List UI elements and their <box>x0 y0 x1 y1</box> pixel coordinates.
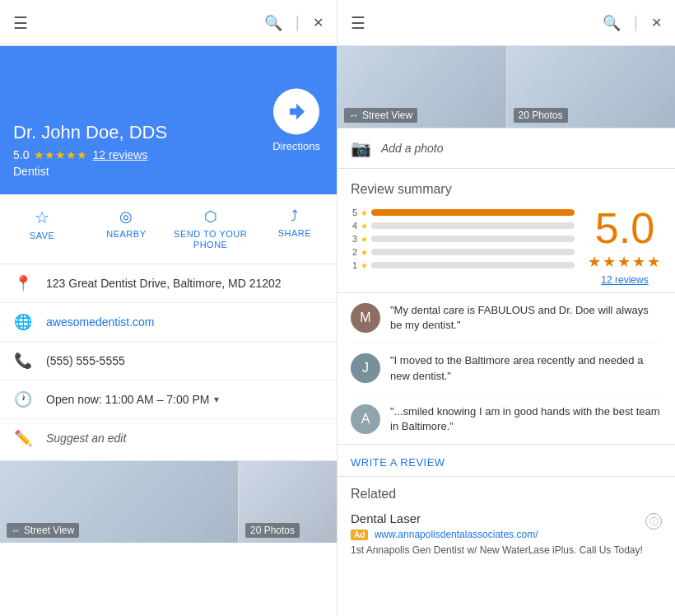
reviewer-avatar: J <box>351 353 380 383</box>
street-view-photo-icon: ↔ <box>349 110 359 121</box>
address-text: 123 Great Dentist Drive, Baltimore, MD 2… <box>46 277 324 290</box>
close-icon[interactable]: ✕ <box>313 15 324 30</box>
bar-num: 2 <box>351 247 357 257</box>
bar-track <box>371 249 575 255</box>
blue-hero-section: Directions Dr. John Doe, DDS 5.0 ★★★★★ 1… <box>0 46 337 194</box>
action-bar: ☆ SAVE ◎ NEARBY ⬡ SEND TO YOUR PHONE ⤴ S… <box>0 194 337 264</box>
bar-track <box>371 209 575 216</box>
photos-thumb[interactable]: 20 Photos <box>238 461 337 543</box>
related-info-icon[interactable]: ⓘ <box>645 513 662 530</box>
bar-star-icon: ★ <box>361 248 368 257</box>
review-text: "...smiled knowing I am in good hands wi… <box>390 404 662 434</box>
review-item-r1: M "My dental care is FABULOUS and Dr. Do… <box>351 293 662 343</box>
write-review-button[interactable]: WRITE A REVIEW <box>351 456 445 469</box>
street-view-photo[interactable]: ↔ Street View <box>338 46 506 128</box>
bar-num: 3 <box>351 234 357 244</box>
phone-text: (555) 555-5555 <box>46 354 324 367</box>
edit-icon: ✏️ <box>13 429 33 447</box>
hours-row[interactable]: 🕐 Open now: 11:00 AM – 7:00 PM ▾ <box>0 380 337 419</box>
send-icon: ⬡ <box>204 208 217 226</box>
street-view-section: ↔ Street View 20 Photos <box>0 460 337 543</box>
save-label: SAVE <box>30 231 55 241</box>
directions-label: Directions <box>272 140 320 152</box>
svg-marker-0 <box>290 104 305 120</box>
bar-row-5: 5 ★ <box>351 207 575 218</box>
save-action[interactable]: ☆ SAVE <box>0 201 84 257</box>
directions-circle <box>273 89 319 135</box>
info-section: 📍 123 Great Dentist Drive, Baltimore, MD… <box>0 264 337 616</box>
total-reviews[interactable]: 12 reviews <box>601 274 648 286</box>
share-icon: ⤴ <box>291 208 298 225</box>
bar-star-icon: ★ <box>361 235 368 244</box>
bar-row-3: 3 ★ <box>351 233 575 245</box>
phone-row: 📞 (555) 555-5555 <box>0 342 337 380</box>
location-icon: 📍 <box>13 274 33 292</box>
review-list: M "My dental care is FABULOUS and Dr. Do… <box>338 293 675 445</box>
menu-icon[interactable]: ☰ <box>13 13 28 33</box>
website-row: 🌐 awesomedentist.com <box>0 303 337 342</box>
related-item-url: Ad www.annapolisdentalassociates.com/ <box>351 529 643 540</box>
bar-chart: 5 ★ 4 ★ 3 ★ 2 ★ 1 ★ <box>351 207 575 273</box>
write-review-row: WRITE A REVIEW <box>338 445 675 477</box>
left-header: ☰ 🔍 | ✕ <box>0 0 337 46</box>
review-summary-title: Review summary <box>351 182 662 197</box>
review-item-r3: A "...smiled knowing I am in good hands … <box>351 394 662 444</box>
related-section: Related Dental Laser Ad www.annapolisden… <box>338 477 675 567</box>
left-panel: ☰ 🔍 | ✕ Directions Dr. John Doe, DDS 5.0… <box>0 0 338 616</box>
related-title: Related <box>351 487 662 502</box>
search-icon[interactable]: 🔍 <box>264 14 282 32</box>
right-panel: ☰ 🔍 | ✕ ↔ Street View 20 Photos 📷 Add a … <box>338 0 675 616</box>
photo-strip: ↔ Street View 20 Photos <box>338 46 675 128</box>
street-view-thumb[interactable]: ↔ Street View <box>0 461 238 543</box>
suggest-edit-row[interactable]: ✏️ Suggest an edit <box>0 419 337 457</box>
hours-expand-icon[interactable]: ▾ <box>214 394 219 405</box>
bar-num: 4 <box>351 221 357 231</box>
right-search-icon[interactable]: 🔍 <box>603 14 621 32</box>
suggest-text: Suggest an edit <box>46 432 126 445</box>
related-item-content: Dental Laser Ad www.annapolisdentalassoc… <box>351 511 643 558</box>
right-menu-icon[interactable]: ☰ <box>351 13 365 33</box>
ad-badge: Ad <box>351 530 368 540</box>
bar-track <box>371 262 575 268</box>
photos-cell[interactable]: 20 Photos <box>506 46 676 128</box>
photos-count-label: 20 Photos <box>514 108 568 123</box>
review-summary-section: Review summary 5 ★ 4 ★ 3 ★ 2 ★ <box>338 169 675 293</box>
camera-icon: 📷 <box>351 138 371 158</box>
bar-track <box>371 236 575 242</box>
bar-star-icon: ★ <box>361 208 368 217</box>
bar-num: 5 <box>351 208 357 217</box>
big-rating: 5.0 <box>595 207 654 250</box>
directions-arrow-icon <box>286 102 306 122</box>
nearby-icon: ◎ <box>119 208 133 226</box>
share-action[interactable]: ⤴ SHARE <box>253 201 337 257</box>
related-item-name: Dental Laser <box>351 511 643 525</box>
related-item-desc: 1st Annapolis Gen Dentist w/ New WaterLa… <box>351 544 643 558</box>
bar-row-4: 4 ★ <box>351 220 575 231</box>
reviews-count[interactable]: 12 reviews <box>92 148 147 161</box>
hours-text: Open now: 11:00 AM – 7:00 PM <box>46 393 209 406</box>
website-text[interactable]: awesomedentist.com <box>46 315 324 329</box>
hours-content: Open now: 11:00 AM – 7:00 PM ▾ <box>46 393 219 406</box>
phone-icon: 📞 <box>13 352 33 370</box>
rating-number: 5.0 <box>13 148 29 161</box>
divider: | <box>296 13 300 32</box>
add-photo-row[interactable]: 📷 Add a photo <box>338 128 675 169</box>
photos-label: 20 Photos <box>245 523 300 538</box>
bar-star-icon: ★ <box>361 261 368 270</box>
bar-star-icon: ★ <box>361 222 368 231</box>
send-to-phone-action[interactable]: ⬡ SEND TO YOUR PHONE <box>169 201 253 257</box>
bar-num: 1 <box>351 260 357 270</box>
directions-button[interactable]: Directions <box>272 89 320 152</box>
place-type: Dentist <box>13 165 324 178</box>
bar-row-1: 1 ★ <box>351 259 575 271</box>
right-close-icon[interactable]: ✕ <box>651 15 662 30</box>
bar-track <box>371 222 575 229</box>
address-row: 📍 123 Great Dentist Drive, Baltimore, MD… <box>0 264 337 303</box>
bar-fill <box>371 209 575 216</box>
street-view-icon: ↔ <box>12 525 21 535</box>
save-icon: ☆ <box>35 208 49 227</box>
related-url-text[interactable]: www.annapolisdentalassociates.com/ <box>375 529 538 540</box>
reviewer-avatar: M <box>351 303 380 333</box>
bar-row-2: 2 ★ <box>351 246 575 258</box>
nearby-action[interactable]: ◎ NEARBY <box>84 201 168 257</box>
